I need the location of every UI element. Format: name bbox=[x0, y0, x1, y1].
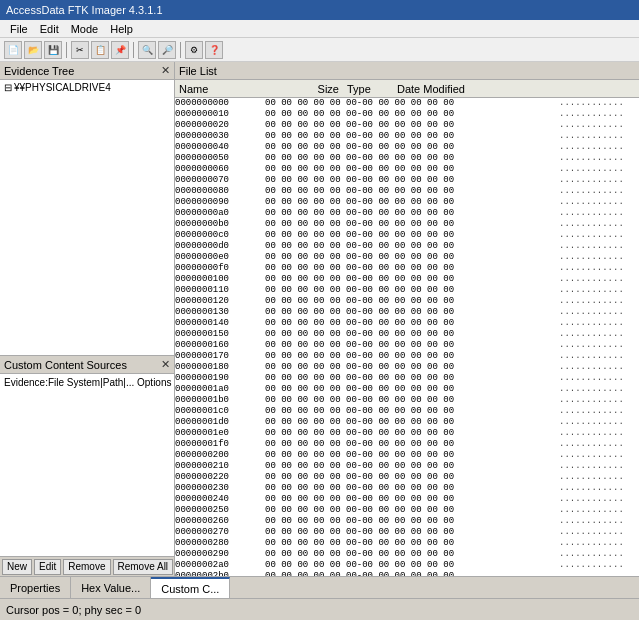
hex-ascii: ............ bbox=[559, 560, 639, 571]
menu-edit[interactable]: Edit bbox=[34, 22, 65, 36]
hex-addr: 0000000240 bbox=[175, 494, 265, 505]
hex-row: 000000016000 00 00 00 00 00-00 00 00 00 … bbox=[175, 340, 639, 351]
hex-ascii: ............ bbox=[559, 131, 639, 142]
hex-row: 00000001b000 00 00 00 00 00-00 00 00 00 … bbox=[175, 395, 639, 406]
hex-ascii: ............ bbox=[559, 285, 639, 296]
hex-data: 00 00 00 00 00 00-00 00 00 00 00 00 bbox=[265, 164, 559, 175]
hex-row: 000000013000 00 00 00 00 00-00 00 00 00 … bbox=[175, 307, 639, 318]
menu-help[interactable]: Help bbox=[104, 22, 139, 36]
custom-content-item[interactable]: Evidence:File System|Path|... Options bbox=[2, 376, 172, 389]
hex-addr: 0000000090 bbox=[175, 197, 265, 208]
toolbar-zoom[interactable]: 🔎 bbox=[158, 41, 176, 59]
hex-data: 00 00 00 00 00 00-00 00 00 00 00 00 bbox=[265, 417, 559, 428]
menu-bar: File Edit Mode Help bbox=[0, 20, 639, 38]
toolbar-sep3 bbox=[180, 42, 181, 58]
menu-mode[interactable]: Mode bbox=[65, 22, 105, 36]
hex-ascii: ............ bbox=[559, 494, 639, 505]
hex-row: 000000028000 00 00 00 00 00-00 00 00 00 … bbox=[175, 538, 639, 549]
hex-row: 000000005000 00 00 00 00 00-00 00 00 00 … bbox=[175, 153, 639, 164]
hex-ascii: ............ bbox=[559, 230, 639, 241]
toolbar-paste[interactable]: 📌 bbox=[111, 41, 129, 59]
hex-row: 00000002b000 00 00 00 00 00-00 00 00 00 … bbox=[175, 571, 639, 576]
btn-remove-all[interactable]: Remove All bbox=[113, 559, 174, 575]
hex-ascii: ............ bbox=[559, 307, 639, 318]
col-type: Type bbox=[339, 83, 389, 95]
bottom-tabs: Properties Hex Value... Custom C... bbox=[0, 576, 639, 598]
toolbar-save[interactable]: 💾 bbox=[44, 41, 62, 59]
hex-data: 00 00 00 00 00 00-00 00 00 00 00 00 bbox=[265, 318, 559, 329]
evidence-tree-close[interactable]: ✕ bbox=[161, 64, 170, 77]
hex-addr: 0000000250 bbox=[175, 505, 265, 516]
hex-data: 00 00 00 00 00 00-00 00 00 00 00 00 bbox=[265, 527, 559, 538]
hex-addr: 0000000030 bbox=[175, 131, 265, 142]
toolbar-search[interactable]: 🔍 bbox=[138, 41, 156, 59]
tab-hex-value[interactable]: Hex Value... bbox=[71, 577, 151, 598]
hex-data: 00 00 00 00 00 00-00 00 00 00 00 00 bbox=[265, 230, 559, 241]
hex-ascii: ............ bbox=[559, 450, 639, 461]
hex-addr: 0000000020 bbox=[175, 120, 265, 131]
hex-ascii: ............ bbox=[559, 384, 639, 395]
hex-addr: 0000000080 bbox=[175, 186, 265, 197]
hex-row: 000000015000 00 00 00 00 00-00 00 00 00 … bbox=[175, 329, 639, 340]
toolbar-settings[interactable]: ⚙ bbox=[185, 41, 203, 59]
hex-addr: 00000001e0 bbox=[175, 428, 265, 439]
hex-row: 00000000b000 00 00 00 00 00-00 00 00 00 … bbox=[175, 219, 639, 230]
hex-data: 00 00 00 00 00 00-00 00 00 00 00 00 bbox=[265, 307, 559, 318]
toolbar-open[interactable]: 📂 bbox=[24, 41, 42, 59]
hex-data: 00 00 00 00 00 00-00 00 00 00 00 00 bbox=[265, 483, 559, 494]
btn-remove[interactable]: Remove bbox=[63, 559, 110, 575]
hex-row: 00000000d000 00 00 00 00 00-00 00 00 00 … bbox=[175, 241, 639, 252]
btn-new[interactable]: New bbox=[2, 559, 32, 575]
col-date: Date Modified bbox=[389, 83, 635, 95]
custom-content-close[interactable]: ✕ bbox=[161, 358, 170, 371]
hex-data: 00 00 00 00 00 00-00 00 00 00 00 00 bbox=[265, 505, 559, 516]
hex-ascii: ............ bbox=[559, 208, 639, 219]
hex-data: 00 00 00 00 00 00-00 00 00 00 00 00 bbox=[265, 461, 559, 472]
hex-row: 000000001000 00 00 00 00 00-00 00 00 00 … bbox=[175, 109, 639, 120]
hex-row: 000000008000 00 00 00 00 00-00 00 00 00 … bbox=[175, 186, 639, 197]
hex-row: 000000026000 00 00 00 00 00-00 00 00 00 … bbox=[175, 516, 639, 527]
hex-data: 00 00 00 00 00 00-00 00 00 00 00 00 bbox=[265, 560, 559, 571]
toolbar-cut[interactable]: ✂ bbox=[71, 41, 89, 59]
hex-ascii: ............ bbox=[559, 395, 639, 406]
hex-ascii: ............ bbox=[559, 219, 639, 230]
tab-properties[interactable]: Properties bbox=[0, 577, 71, 598]
hex-addr: 00000000f0 bbox=[175, 263, 265, 274]
hex-addr: 00000001b0 bbox=[175, 395, 265, 406]
hex-row: 00000000f000 00 00 00 00 00-00 00 00 00 … bbox=[175, 263, 639, 274]
hex-ascii: ............ bbox=[559, 373, 639, 384]
hex-row: 00000000a000 00 00 00 00 00-00 00 00 00 … bbox=[175, 208, 639, 219]
hex-ascii: ............ bbox=[559, 527, 639, 538]
menu-file[interactable]: File bbox=[4, 22, 34, 36]
tree-item-physicaldrive[interactable]: ⊟ ¥¥PHYSICALDRIVE4 bbox=[0, 80, 174, 95]
custom-content-list: Evidence:File System|Path|... Options bbox=[0, 374, 174, 556]
hex-data: 00 00 00 00 00 00-00 00 00 00 00 00 bbox=[265, 131, 559, 142]
toolbar-help[interactable]: ❓ bbox=[205, 41, 223, 59]
toolbar-sep2 bbox=[133, 42, 134, 58]
hex-addr: 0000000070 bbox=[175, 175, 265, 186]
hex-data: 00 00 00 00 00 00-00 00 00 00 00 00 bbox=[265, 428, 559, 439]
hex-ascii: ............ bbox=[559, 186, 639, 197]
toolbar-new[interactable]: 📄 bbox=[4, 41, 22, 59]
hex-ascii: ............ bbox=[559, 252, 639, 263]
hex-addr: 00000000a0 bbox=[175, 208, 265, 219]
toolbar: 📄 📂 💾 ✂ 📋 📌 🔍 🔎 ⚙ ❓ bbox=[0, 38, 639, 62]
btn-edit[interactable]: Edit bbox=[34, 559, 61, 575]
toolbar-copy[interactable]: 📋 bbox=[91, 41, 109, 59]
hex-ascii: ............ bbox=[559, 538, 639, 549]
hex-ascii: ............ bbox=[559, 483, 639, 494]
hex-row: 00000001a000 00 00 00 00 00-00 00 00 00 … bbox=[175, 384, 639, 395]
hex-row: 000000020000 00 00 00 00 00-00 00 00 00 … bbox=[175, 450, 639, 461]
custom-content-item-label: Evidence:File System|Path|... Options bbox=[4, 377, 172, 388]
tab-hex-value-label: Hex Value... bbox=[81, 582, 140, 594]
hex-ascii: ............ bbox=[559, 120, 639, 131]
hex-addr: 0000000130 bbox=[175, 307, 265, 318]
title-bar: AccessData FTK Imager 4.3.1.1 bbox=[0, 0, 639, 20]
hex-addr: 0000000040 bbox=[175, 142, 265, 153]
hex-data: 00 00 00 00 00 00-00 00 00 00 00 00 bbox=[265, 296, 559, 307]
hex-data: 00 00 00 00 00 00-00 00 00 00 00 00 bbox=[265, 538, 559, 549]
hex-addr: 0000000160 bbox=[175, 340, 265, 351]
tab-custom[interactable]: Custom C... bbox=[151, 577, 230, 598]
hex-row: 000000027000 00 00 00 00 00-00 00 00 00 … bbox=[175, 527, 639, 538]
hex-addr: 00000001c0 bbox=[175, 406, 265, 417]
